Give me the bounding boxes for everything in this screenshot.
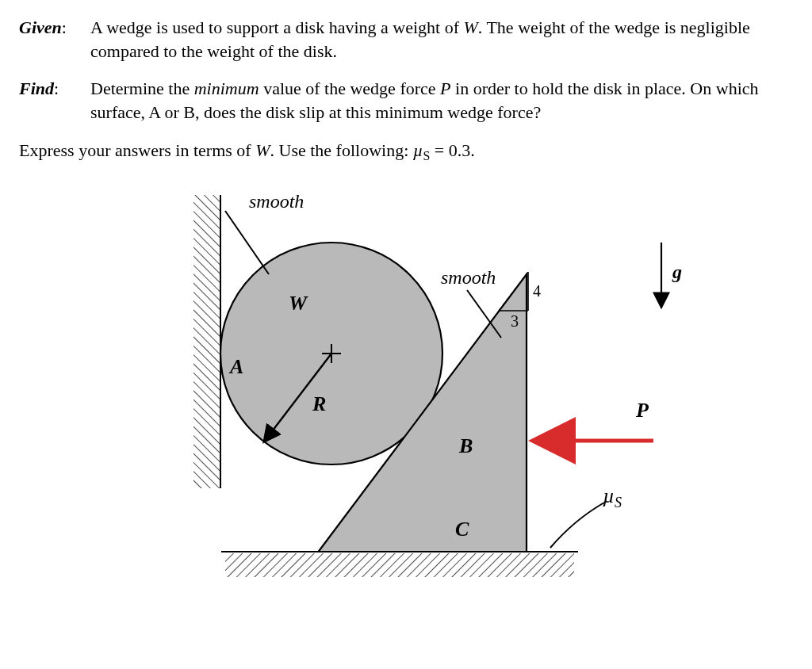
mu-label: µS	[603, 484, 622, 510]
given-label: Given:	[19, 16, 90, 40]
express-text-b: . Use the following:	[270, 140, 413, 160]
figure: smooth smooth 4 3 W A R B C P g µS	[19, 187, 793, 606]
find-P: P	[440, 78, 450, 98]
g-label: g	[672, 262, 682, 282]
R-label: R	[312, 392, 326, 415]
slope-v-label: 4	[533, 282, 541, 300]
given-W: W	[464, 17, 478, 37]
given-label-text: Given	[19, 17, 62, 37]
figure-svg: smooth smooth 4 3 W A R B C P g µS	[178, 187, 685, 599]
mu-arc-icon	[550, 503, 604, 548]
find-text-b: value of the wedge force	[259, 78, 440, 98]
find-minimum: minimum	[194, 78, 259, 98]
C-label: C	[455, 518, 469, 541]
express-eq: = 0.3.	[430, 140, 474, 160]
express-text-a: Express your answers in terms of	[19, 140, 255, 160]
express-mu: µ	[413, 140, 423, 160]
find-label-text: Find	[19, 78, 54, 98]
P-label: P	[635, 399, 649, 422]
smooth-wall-tick	[225, 211, 269, 274]
find-text: Determine the minimum value of the wedge…	[90, 77, 793, 124]
find-label: Find:	[19, 77, 90, 101]
find-row: Find: Determine the minimum value of the…	[19, 77, 793, 124]
slope-h-label: 3	[511, 312, 519, 330]
smooth-wedge-label: smooth	[441, 267, 496, 288]
wall-hatch-icon	[193, 195, 220, 488]
smooth-wall-label: smooth	[249, 191, 304, 212]
W-label: W	[289, 292, 308, 315]
A-label: A	[228, 355, 243, 378]
given-row: Given: A wedge is used to support a disk…	[19, 16, 793, 63]
given-text-a: A wedge is used to support a disk having…	[90, 17, 464, 37]
B-label: B	[458, 434, 473, 457]
express-row: Express your answers in terms of W. Use …	[19, 139, 793, 165]
express-mu-sub: S	[423, 149, 430, 162]
express-W: W	[255, 140, 270, 160]
ground-hatch-icon	[225, 553, 574, 577]
find-text-a: Determine the	[90, 78, 194, 98]
given-text: A wedge is used to support a disk having…	[90, 16, 793, 63]
